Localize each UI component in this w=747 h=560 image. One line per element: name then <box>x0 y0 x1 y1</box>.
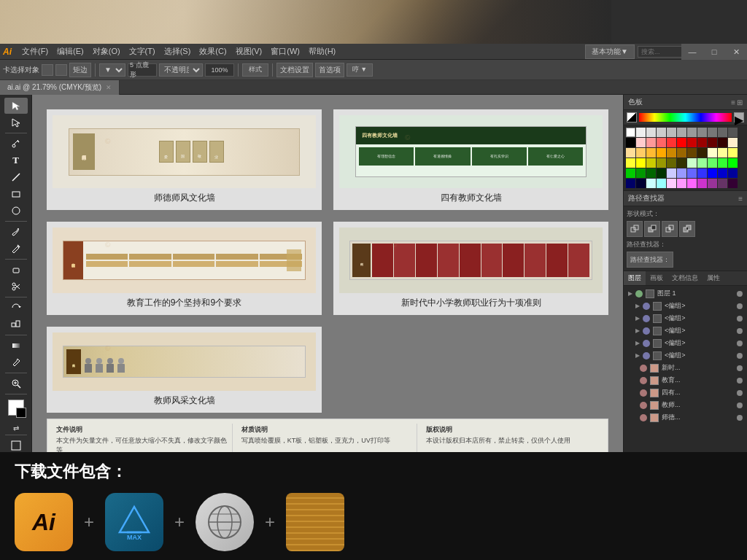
ellipse-tool[interactable] <box>4 203 28 219</box>
layer-name-text: 四有... <box>662 388 734 397</box>
toolbar: 卡选择对象 矩边 ▼ 5 点鹿形 不透明度 100% 样式 文档设置 首选项 哼… <box>0 60 747 80</box>
layer-item[interactable]: 教育... <box>625 374 746 386</box>
svg-rect-26 <box>669 228 670 230</box>
close-button[interactable]: ✕ <box>725 44 747 60</box>
preview-4you: 四有教师文化墙 有理想信念 有道德情操 有扎实学识 有仁爱之心 <box>339 115 603 188</box>
layers-tab[interactable]: 图层 <box>624 271 646 285</box>
attributes-tab[interactable]: 属性 <box>703 271 724 285</box>
svg-rect-29 <box>686 228 688 230</box>
layer-name-text: <偏组> <box>665 338 734 348</box>
layer-item[interactable]: 师德... <box>625 411 746 424</box>
shape-dropdown[interactable]: ▼ <box>99 63 125 77</box>
eraser-tool[interactable] <box>4 262 28 278</box>
menu-object[interactable]: 对象(O) <box>88 44 125 58</box>
selection-tool[interactable] <box>4 98 28 114</box>
paintbrush-tool[interactable] <box>4 224 28 240</box>
document-tab[interactable]: ai.ai @ 21.79% (CMYK/预览) ✕ <box>0 80 120 95</box>
path-btn-minus[interactable] <box>644 221 660 237</box>
layer-name-text: <偏组> <box>665 301 734 311</box>
top-room-photo <box>0 0 611 44</box>
first-select-btn[interactable]: 首选项 <box>315 63 344 77</box>
globe-icon-box <box>196 493 254 551</box>
direct-select-tool[interactable] <box>4 114 28 131</box>
layer-item[interactable]: ▶ 图层 1 <box>625 287 746 300</box>
layer-name-text: <偏组> <box>665 314 734 323</box>
layer-item[interactable]: 四有... <box>625 386 746 399</box>
path-btn-unite[interactable] <box>627 221 643 237</box>
layers-tabs-bar: 图层 画板 文档信息 属性 <box>624 271 747 286</box>
layer-name-text: 师德... <box>662 413 734 422</box>
pathfinder-panel-header: 路径查找器 ≡ <box>624 190 747 206</box>
menu-edit[interactable]: 编辑(E) <box>53 44 88 58</box>
minimize-button[interactable]: — <box>681 44 703 60</box>
panel-grid-icon[interactable]: ⊞ <box>737 98 743 106</box>
layer-item[interactable]: 教师... <box>625 399 746 411</box>
layer-item[interactable]: ▶ <偏组> <box>625 349 746 362</box>
scissors-tool[interactable] <box>4 279 28 295</box>
layer-item[interactable]: 新时... <box>625 362 746 374</box>
rect-tool[interactable] <box>4 186 28 202</box>
path-btn-intersect[interactable] <box>662 221 678 237</box>
svg-line-1 <box>14 140 18 144</box>
label-teacherstyle: 教师风采文化墙 <box>53 394 316 407</box>
menu-file[interactable]: 文件(F) <box>18 44 53 58</box>
pathfinder-content: 形状模式： <box>624 206 747 271</box>
rotate-tool[interactable] <box>4 300 28 316</box>
layer-name-text: 新时... <box>662 363 734 373</box>
artboards-tab[interactable]: 画板 <box>646 271 667 285</box>
menu-text[interactable]: 文字(T) <box>125 44 160 58</box>
layer-name-text: 教师... <box>662 400 734 410</box>
menu-select[interactable]: 选择(S) <box>160 44 196 58</box>
layer-item[interactable]: ▶ <偏组> <box>625 324 746 337</box>
menu-effect[interactable]: 效果(C) <box>195 44 231 58</box>
menu-window[interactable]: 窗口(W) <box>266 44 304 58</box>
bottom-title: 下载文件包含： <box>15 461 732 483</box>
gradient-tool[interactable] <box>4 338 28 354</box>
svg-rect-14 <box>12 343 20 348</box>
line-tool[interactable] <box>4 169 28 185</box>
wood-icon-box <box>286 493 344 551</box>
svg-point-7 <box>12 283 15 286</box>
pen-tool[interactable] <box>4 136 28 152</box>
layer-item[interactable]: ▶ <偏组> <box>625 312 746 324</box>
panel-menu-icon[interactable]: ≡ <box>731 98 735 106</box>
svg-line-9 <box>15 285 20 289</box>
opacity-dropdown[interactable]: 不透明度 <box>159 63 203 77</box>
label-edu9: 教育工作的9个坚持和9个要求 <box>53 297 316 309</box>
ai-logo-menu: Ai <box>3 47 12 57</box>
menu-view[interactable]: 视图(V) <box>231 44 267 58</box>
swap-colors[interactable]: ⇄ <box>13 424 19 432</box>
select-tool-label: 卡选择对象 <box>3 65 39 75</box>
label-4you: 四有教师文化墙 <box>339 192 603 204</box>
preview-teacherstyle: 教师风采 <box>53 332 316 391</box>
pathfinder-expand-icon[interactable]: ≡ <box>738 195 743 203</box>
svg-rect-19 <box>12 441 20 450</box>
expand-btn[interactable]: 路径查找器： <box>627 252 673 268</box>
maximize-button[interactable]: □ <box>703 44 725 60</box>
scale-tool[interactable] <box>4 316 28 332</box>
layer-vis-icon <box>635 290 643 298</box>
svg-rect-12 <box>12 323 15 327</box>
svg-point-5 <box>12 207 20 214</box>
toolbar-shape[interactable]: 矩边 <box>69 63 91 77</box>
design-item-shdsfh: 师德师风 爱 国 敬 业 © <box>47 109 322 210</box>
menu-help[interactable]: 帮助(H) <box>304 44 340 58</box>
opacity-input[interactable]: 100% <box>205 63 234 77</box>
layer-item[interactable]: ▶ <偏组> <box>625 337 746 349</box>
zoom-tool[interactable] <box>4 376 28 392</box>
ai-icon-box: Ai <box>15 493 73 551</box>
layer-name-text: <偏组> <box>665 351 734 360</box>
eyedropper-tool[interactable] <box>4 354 28 370</box>
layer-item[interactable]: ▶ <偏组> <box>625 300 746 312</box>
docinfo-tab[interactable]: 文档信息 <box>667 271 703 285</box>
tab-close-icon[interactable]: ✕ <box>106 84 112 91</box>
path-btn-exclude[interactable] <box>679 221 695 237</box>
pencil-tool[interactable] <box>4 241 28 257</box>
svg-marker-31 <box>120 507 149 532</box>
screen-mode[interactable] <box>4 438 28 454</box>
doc-settings-btn[interactable]: 文档设置 <box>276 63 313 77</box>
fill-color[interactable] <box>8 400 24 416</box>
text-tool[interactable]: T <box>4 152 28 168</box>
basic-function-dropdown[interactable]: 基本功能▼ <box>585 44 635 59</box>
layer-circle-icon <box>737 291 743 297</box>
